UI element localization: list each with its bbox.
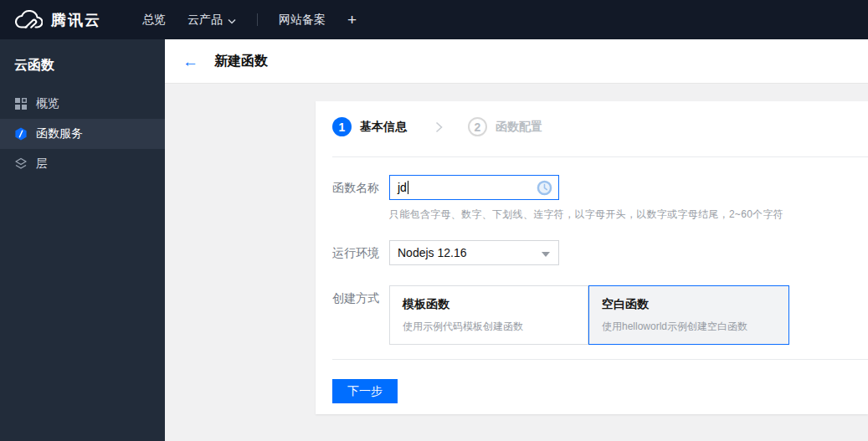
- divider: [332, 359, 868, 360]
- runtime-label: 运行环境: [332, 240, 389, 265]
- step-indicator: 1 基本信息 2 函数配置: [332, 101, 868, 136]
- method-card-title: 模板函数: [403, 297, 588, 312]
- function-name-label: 函数名称: [332, 175, 389, 222]
- cloud-logo-icon: [15, 10, 43, 29]
- method-card-title: 空白函数: [602, 297, 788, 312]
- runtime-row: 运行环境 Nodejs 12.16: [332, 240, 868, 265]
- sidebar: 云函数 概览 函数服务 层: [0, 39, 165, 441]
- tencent-cloud-logo[interactable]: 腾讯云: [15, 10, 101, 30]
- function-name-control: jd 只能包含字母、数字、下划线、连字符，以字母开头，以数字或字母结尾，2~60…: [389, 175, 783, 222]
- sidebar-item-layers[interactable]: 层: [0, 149, 165, 179]
- brand-name: 腾讯云: [51, 10, 101, 30]
- create-function-card: 1 基本信息 2 函数配置 函数名称 jd: [316, 101, 868, 414]
- function-name-input[interactable]: jd: [389, 175, 559, 200]
- basic-info-form: 函数名称 jd 只能包含字母、数字、下划: [332, 175, 868, 345]
- step-1-label: 基本信息: [360, 120, 407, 135]
- step-1-circle: 1: [332, 117, 352, 136]
- runtime-value: Nodejs 12.16: [398, 246, 467, 259]
- caret-down-icon: [542, 252, 550, 257]
- next-step-button[interactable]: 下一步: [332, 379, 398, 403]
- function-name-row: 函数名称 jd 只能包含字母、数字、下划: [332, 175, 868, 222]
- nav-icp-filing[interactable]: 网站备案: [279, 13, 326, 28]
- top-nav: 总览 云产品 网站备案 +: [131, 11, 367, 29]
- function-name-help: 只能包含字母、数字、下划线、连字符，以字母开头，以数字或字母结尾，2~60个字符: [389, 208, 783, 222]
- layers-icon: [14, 157, 28, 171]
- step-2-label: 函数配置: [496, 120, 542, 135]
- method-card-desc: 使用示例代码模板创建函数: [403, 320, 588, 334]
- creation-method-row: 创建方式 模板函数 使用示例代码模板创建函数 空白函数 使用helloworld…: [332, 285, 868, 345]
- sidebar-title: 云函数: [0, 39, 165, 89]
- text-cursor: [408, 181, 408, 194]
- chevron-right-icon: [435, 121, 443, 133]
- topbar: 腾讯云 总览 云产品 网站备案 +: [0, 0, 868, 39]
- page-title: 新建函数: [214, 53, 268, 70]
- sidebar-item-label: 层: [36, 156, 48, 172]
- main-area: ← 新建函数 1 基本信息 2 函数配置 函数名称: [165, 39, 868, 441]
- sidebar-item-label: 函数服务: [36, 126, 83, 141]
- function-name-value: jd: [398, 181, 407, 194]
- method-card-desc: 使用helloworld示例创建空白函数: [602, 320, 788, 334]
- nav-divider: [257, 13, 258, 26]
- divider: [332, 156, 868, 157]
- function-hexagon-icon: [14, 127, 28, 141]
- runtime-select[interactable]: Nodejs 12.16: [389, 240, 559, 265]
- sidebar-item-function-service[interactable]: 函数服务: [0, 119, 165, 149]
- back-arrow-icon[interactable]: ←: [182, 54, 198, 69]
- add-tab-button[interactable]: +: [347, 11, 357, 29]
- page-header: ← 新建函数: [165, 39, 868, 84]
- method-card-template-function[interactable]: 模板函数 使用示例代码模板创建函数: [389, 285, 588, 345]
- grid-icon: [14, 97, 28, 110]
- clock-pending-icon: [537, 180, 552, 199]
- chevron-down-icon: [228, 13, 236, 27]
- method-card-group: 模板函数 使用示例代码模板创建函数 空白函数 使用helloworld示例创建空…: [389, 285, 789, 345]
- sidebar-item-label: 概览: [36, 96, 59, 111]
- sidebar-item-overview[interactable]: 概览: [0, 89, 165, 119]
- method-card-blank-function[interactable]: 空白函数 使用helloworld示例创建空白函数: [588, 285, 789, 345]
- nav-overview[interactable]: 总览: [142, 13, 166, 28]
- content-area: 1 基本信息 2 函数配置 函数名称 jd: [165, 101, 868, 441]
- nav-cloud-products[interactable]: 云产品: [187, 13, 236, 28]
- step-2-circle: 2: [468, 117, 487, 136]
- creation-method-label: 创建方式: [332, 285, 389, 345]
